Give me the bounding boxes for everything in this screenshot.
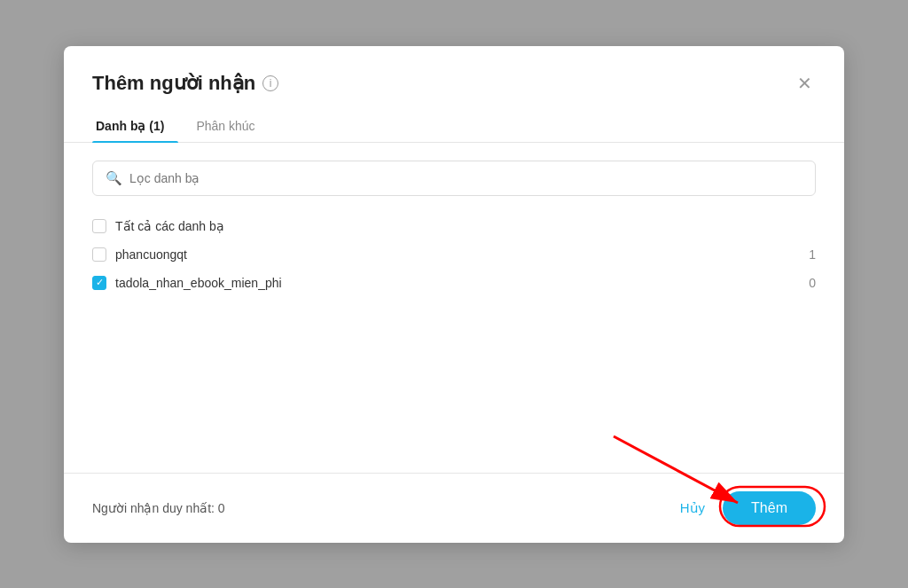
list-item-all[interactable]: Tất cả các danh bạ bbox=[92, 212, 816, 240]
add-button[interactable]: Thêm bbox=[723, 491, 816, 525]
item-label: tadola_nhan_ebook_mien_phi bbox=[115, 276, 789, 290]
tab-contacts[interactable]: Danh bạ (1) bbox=[92, 112, 178, 142]
search-input[interactable] bbox=[129, 171, 802, 185]
checkbox-tadola[interactable] bbox=[92, 276, 106, 290]
contacts-list: Tất cả các danh bạ phancuongqt 1 tadola_… bbox=[92, 212, 816, 297]
all-contacts-label: Tất cả các danh bạ bbox=[115, 219, 224, 233]
cancel-button[interactable]: Hủy bbox=[680, 500, 705, 516]
footer-info: Người nhận duy nhất: 0 bbox=[92, 501, 225, 515]
modal-body: 🔍 Tất cả các danh bạ phancuongqt 1 bbox=[64, 143, 844, 473]
modal-header: Thêm người nhận i ✕ bbox=[64, 46, 844, 96]
item-count: 1 bbox=[798, 247, 816, 262]
modal-container: Thêm người nhận i ✕ Danh bạ (1) Phân khú… bbox=[64, 46, 844, 543]
title-row: Thêm người nhận i bbox=[92, 72, 278, 95]
item-count: 0 bbox=[798, 276, 816, 290]
close-icon[interactable]: ✕ bbox=[794, 71, 816, 96]
search-icon: 🔍 bbox=[106, 170, 122, 186]
item-label: phancuongqt bbox=[115, 247, 789, 262]
checkbox-all[interactable] bbox=[92, 219, 106, 233]
footer-actions: Hủy Thêm bbox=[680, 491, 816, 525]
search-box[interactable]: 🔍 bbox=[92, 161, 816, 196]
modal-footer: Người nhận duy nhất: 0 Hủy Thêm bbox=[64, 473, 844, 543]
list-item[interactable]: phancuongqt 1 bbox=[92, 240, 816, 269]
tab-segments[interactable]: Phân khúc bbox=[192, 112, 269, 142]
info-icon[interactable]: i bbox=[262, 75, 278, 91]
list-item[interactable]: tadola_nhan_ebook_mien_phi 0 bbox=[92, 269, 816, 297]
tab-bar: Danh bạ (1) Phân khúc bbox=[64, 101, 844, 143]
checkbox-phancuongqt[interactable] bbox=[92, 247, 106, 262]
modal-title: Thêm người nhận bbox=[92, 72, 255, 95]
